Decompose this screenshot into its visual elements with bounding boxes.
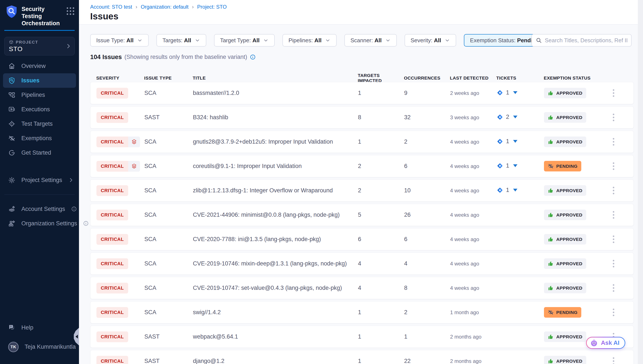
issue-type: SAST [144, 114, 193, 121]
info-icon[interactable] [250, 54, 256, 60]
info-icon[interactable] [83, 220, 89, 226]
issue-row[interactable]: CRITICAL SCA CVE-2021-44906: minimist@0.… [90, 204, 634, 226]
thumbs-up-icon [548, 139, 554, 145]
breadcrumb-organization-link[interactable]: Organization: default [141, 4, 188, 10]
exemption-status-badge: APPROVED [544, 88, 586, 98]
filter-targets[interactable]: Targets: All [156, 34, 206, 46]
issue-row[interactable]: CRITICAL SCA CVE-2019-10747: set-value@0… [90, 277, 634, 299]
pipelines-icon [8, 92, 15, 98]
thumbs-up-icon [548, 334, 554, 340]
ticket-chip[interactable]: 1 [496, 187, 517, 194]
chevron-down-icon [263, 38, 269, 43]
last-detected: 2 weeks ago [450, 90, 496, 96]
caret-down-icon[interactable] [513, 189, 517, 192]
filter-target-type[interactable]: Target Type: All [214, 34, 275, 46]
sidebar-item-test-targets[interactable]: Test Targets [0, 117, 79, 131]
project-selector[interactable]: PROJECT STO [4, 37, 75, 56]
thumbs-up-icon [548, 114, 554, 120]
row-menu-button[interactable] [609, 114, 618, 121]
filter-label: Issue Type: All [96, 37, 134, 44]
exemption-status-badge: APPROVED [544, 210, 586, 220]
page-scrollbar[interactable] [638, 0, 643, 364]
issue-row[interactable]: CRITICAL SCA CVE-2019-10746: mixin-deep@… [90, 252, 634, 275]
ticket-chip[interactable]: 1 [496, 162, 517, 169]
row-menu-button[interactable] [609, 162, 618, 170]
filter-pipelines[interactable]: Pipelines: All [282, 34, 337, 46]
issue-row[interactable]: CRITICAL SAST B324: hashlib 8 32 3 weeks… [90, 106, 634, 128]
filter-issue-type[interactable]: Issue Type: All [90, 34, 149, 46]
filter-severity[interactable]: Severity: All [405, 34, 456, 46]
row-menu-button[interactable] [609, 284, 618, 292]
search-input[interactable] [545, 37, 627, 44]
issue-row[interactable]: CRITICAL SAST django@1.2 1 22 2 months a… [90, 350, 634, 364]
occurrences: 8 [404, 285, 450, 291]
occurrences: 26 [404, 212, 450, 218]
sidebar-item-label: Test Targets [21, 120, 53, 127]
chevron-down-icon [195, 38, 200, 43]
column-header-severity: SEVERITY [96, 76, 144, 81]
sidebar-item-issues[interactable]: Issues [3, 73, 76, 88]
issue-title: CVE-2020-7788: ini@1.3.5 (lang-pkgs, nod… [193, 236, 358, 242]
filter-scanner[interactable]: Scanner: All [344, 34, 397, 46]
ticket-chip[interactable]: 2 [496, 114, 517, 120]
info-icon[interactable] [71, 206, 77, 212]
user-menu[interactable]: TK Teja Kummarikuntla [0, 340, 79, 354]
row-menu-button[interactable] [609, 260, 618, 268]
issue-title: B324: hashlib [193, 114, 358, 121]
issue-row[interactable]: CRITICAL SCA bassmaster//1.2.0 1 9 2 wee… [90, 82, 634, 104]
thumbs-up-icon [548, 358, 554, 364]
chevron-down-icon [137, 38, 143, 43]
sidebar-item-label: Overview [21, 63, 46, 70]
project-label: PROJECT [16, 40, 38, 45]
sidebar-footer: ? Help TK Teja Kummarikuntla [0, 320, 79, 359]
issue-row[interactable]: CRITICAL SCA zlib@1:1.2.13.dfsg-1: Integ… [90, 180, 634, 202]
ticket-chip[interactable]: 1 [496, 138, 517, 145]
issue-row[interactable]: CRITICAL SCA coreutils@9.1-1: Improper I… [90, 155, 634, 177]
sidebar-item-get-started[interactable]: Get Started [0, 146, 79, 160]
row-menu-button[interactable] [609, 308, 618, 316]
sidebar-item-overview[interactable]: Overview [0, 59, 79, 73]
caret-down-icon[interactable] [513, 91, 517, 94]
targets-impacted: 1 [358, 358, 404, 364]
row-menu-button[interactable] [609, 236, 618, 243]
jira-icon [496, 89, 503, 96]
help-button[interactable]: ? Help [0, 320, 79, 335]
breadcrumb-project-link[interactable]: Project: STO [197, 4, 227, 10]
row-menu-button[interactable] [609, 357, 618, 364]
sidebar-item-organization-settings[interactable]: Organization Settings [0, 216, 79, 231]
sidebar-item-executions[interactable]: Executions [0, 102, 79, 117]
sidebar-item-exemptions[interactable]: Exemptions [0, 131, 79, 146]
row-menu-button[interactable] [609, 89, 618, 97]
caret-down-icon[interactable] [513, 140, 517, 143]
row-menu-button[interactable] [609, 211, 618, 219]
search-box [531, 34, 631, 46]
help-label: Help [21, 324, 34, 331]
issue-row[interactable]: CRITICAL SCA swig//1.4.2 1 2 1 month ago… [90, 301, 634, 324]
sidebar-item-project-settings[interactable]: Project Settings [0, 173, 79, 188]
occurrences: 2 [404, 138, 450, 145]
column-header-last-detected: LAST DETECTED [450, 76, 496, 81]
last-detected: 2 months ago [450, 358, 496, 364]
ask-ai-button[interactable]: Ask AI [586, 337, 625, 349]
layers-icon [128, 161, 140, 172]
issue-type: SAST [144, 334, 193, 340]
targets-impacted: 1 [358, 138, 404, 145]
issue-row[interactable]: CRITICAL SCA CVE-2020-7788: ini@1.3.5 (l… [90, 228, 634, 250]
sidebar-item-pipelines[interactable]: Pipelines [0, 88, 79, 102]
severity-badge: CRITICAL [97, 136, 140, 147]
caret-down-icon[interactable] [513, 164, 517, 167]
project-name: STO [9, 45, 70, 52]
exemption-status-badge: APPROVED [544, 185, 586, 196]
issue-row[interactable]: CRITICAL SCA gnutls28@3.7.9-2+deb12u5: I… [90, 131, 634, 153]
ticket-chip[interactable]: 1 [496, 89, 517, 96]
filter-label: Severity: All [411, 37, 441, 44]
sidebar-item-account-settings[interactable]: Account Settings [0, 202, 79, 216]
filter-bar: Issue Type: AllTargets: AllTarget Type: … [90, 34, 562, 46]
issue-row[interactable]: CRITICAL SAST webpack@5.64.1 1 1 2 month… [90, 326, 634, 348]
row-menu-button[interactable] [609, 138, 618, 146]
thumbs-up-icon [548, 236, 554, 242]
breadcrumb-account-link[interactable]: Account: STO test [90, 4, 132, 10]
caret-down-icon[interactable] [513, 116, 517, 118]
module-grid-icon[interactable] [67, 7, 74, 15]
row-menu-button[interactable] [609, 187, 618, 194]
